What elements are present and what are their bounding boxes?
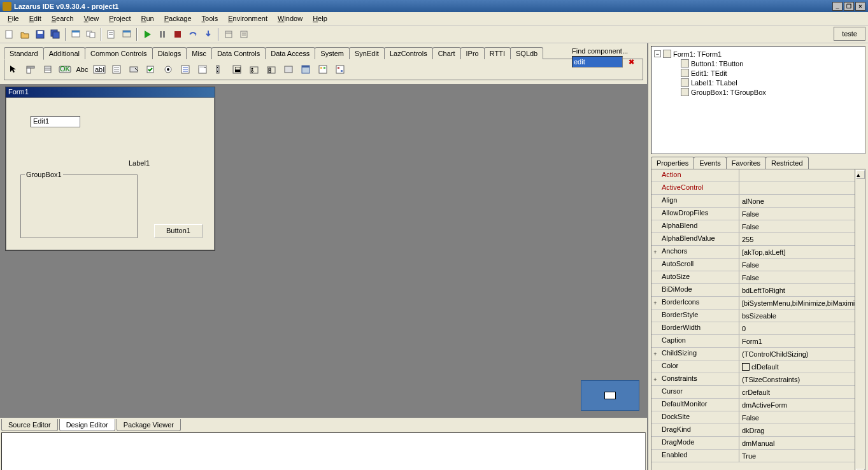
palette-arrow-icon[interactable] [6,62,21,77]
palette-radio-icon[interactable] [178,62,193,77]
tab-design-editor[interactable]: Design Editor [59,419,115,431]
property-expand-icon[interactable]: + [651,348,659,360]
palette-ok-icon[interactable]: OK [57,62,73,77]
save-button[interactable] [33,27,47,41]
property-row[interactable]: DockSiteFalse [651,411,865,424]
palette-list-icon[interactable] [195,62,210,77]
inspector-tab-events[interactable]: Events [694,157,727,169]
palette-tab-system[interactable]: System [315,47,350,59]
step-over-button[interactable] [186,27,200,41]
property-value[interactable]: Form1 [739,335,865,347]
property-value[interactable]: False [739,411,865,424]
tree-node[interactable]: GroupBox1: TGroupBox [672,87,862,97]
design-form-window[interactable]: Form1 Edit1 Label1 GroupBox1 Button1 [5,87,215,251]
inspector-tab-properties[interactable]: Properties [651,157,694,169]
palette-menu-icon[interactable] [23,62,38,77]
minimize-button[interactable]: _ [832,2,843,11]
property-row[interactable]: AlphaBlendFalse [651,220,865,233]
property-value[interactable]: crDefault [739,386,865,398]
palette-memo-icon[interactable] [126,62,141,77]
close-button[interactable]: × [855,2,865,11]
palette-tab-ipro[interactable]: IPro [460,47,485,59]
property-row[interactable]: ColorclDefault [651,360,865,373]
property-value[interactable]: dkDrag [739,424,865,436]
palette-combo-icon[interactable] [212,62,227,77]
property-row[interactable]: +ChildSizing(TControlChildSizing) [651,348,865,360]
property-row[interactable]: DefaultMonitordmActiveForm [651,399,865,411]
property-value[interactable] [739,169,865,182]
palette-tab-standard[interactable]: Standard [4,47,44,60]
menu-edit[interactable]: Edit [24,13,46,24]
step-into-button[interactable] [201,27,215,41]
open-button[interactable] [18,27,32,41]
save-all-button[interactable] [48,27,62,41]
property-value[interactable] [739,182,865,194]
palette-tab-misc[interactable]: Misc [186,47,212,59]
property-value[interactable]: dmActiveForm [739,399,865,411]
palette-tab-synedit[interactable]: SynEdit [349,47,385,59]
property-value[interactable]: bdLeftToRight [739,284,865,296]
property-row[interactable]: ActiveControl [651,182,865,195]
property-row[interactable]: CursorcrDefault [651,386,865,399]
property-row[interactable]: AlignalNone [651,195,865,208]
palette-tab-data-controls[interactable]: Data Controls [211,47,266,59]
property-value[interactable]: (TControlChildSizing) [739,348,865,360]
design-form-titlebar[interactable]: Form1 [6,87,215,97]
property-value[interactable]: dmManual [739,437,865,449]
palette-action-icon[interactable] [315,62,331,77]
property-row[interactable]: AlphaBlendValue255 [651,233,865,246]
palette-radio2-icon[interactable] [264,62,279,77]
palette-tab-chart[interactable]: Chart [432,47,461,59]
property-row[interactable]: BiDiModebdLeftToRight [651,284,865,297]
property-value[interactable]: False [739,271,865,283]
property-row[interactable]: DragModedmManual [651,437,865,450]
menu-run[interactable]: Run [136,13,159,24]
property-value[interactable]: True [739,450,865,462]
tree-root-node[interactable]: − Form1: TForm1 [654,49,862,59]
maximize-button[interactable]: ❐ [844,2,854,11]
tree-node[interactable]: Label1: TLabel [672,78,862,87]
inspector-tab-restricted[interactable]: Restricted [765,157,809,169]
find-component-input[interactable] [572,56,623,68]
build-button[interactable] [237,27,251,41]
messages-panel[interactable] [1,432,646,470]
design-button-control[interactable]: Button1 [154,224,203,238]
form-designer[interactable]: Form1 Edit1 Label1 GroupBox1 Button1 [0,85,647,417]
palette-tab-dialogs[interactable]: Dialogs [152,47,187,59]
property-expand-icon[interactable]: + [651,246,659,258]
property-row[interactable]: +BorderIcons[biSystemMenu,biMinimize,biM… [651,297,865,310]
tab-package-viewer[interactable]: Package Viewer [117,419,181,431]
menu-package[interactable]: Package [159,13,197,24]
property-value[interactable]: False [739,208,865,220]
palette-tab-additional[interactable]: Additional [43,47,85,59]
run-button[interactable] [140,27,154,41]
menu-file[interactable]: File [3,13,24,24]
tree-node[interactable]: Edit1: TEdit [672,68,862,78]
palette-tab-data-access[interactable]: Data Access [265,47,315,59]
menu-help[interactable]: Help [308,13,332,24]
palette-scroll-icon[interactable]: ⬓ [229,62,245,77]
teste-panel[interactable]: teste [834,27,865,41]
property-row[interactable]: +Constraints(TSizeConstraints) [651,373,865,386]
design-form-body[interactable]: Edit1 Label1 GroupBox1 Button1 [6,97,215,250]
property-row[interactable]: CaptionForm1 [651,335,865,348]
palette-tab-rtti[interactable]: RTTI [484,47,511,59]
property-expand-icon[interactable]: + [651,373,659,385]
property-expand-icon[interactable]: + [651,297,659,309]
property-row[interactable]: AllowDropFilesFalse [651,208,865,220]
palette-toggle-icon[interactable] [143,62,159,77]
property-value[interactable]: clDefault [739,360,865,373]
property-row[interactable]: EnabledTrue [651,450,865,462]
property-value[interactable]: 255 [739,233,865,245]
inspector-tab-favorites[interactable]: Favorites [726,157,766,169]
palette-frame-icon[interactable] [298,62,313,77]
menu-search[interactable]: Search [46,13,79,24]
property-row[interactable]: +Anchors[akTop,akLeft] [651,246,865,259]
menu-window[interactable]: Window [273,13,308,24]
property-row[interactable]: AutoScrollFalse [651,259,865,271]
object-tree[interactable]: − Form1: TForm1 Button1: TButtonEdit1: T… [651,46,865,154]
palette-tab-lazcontrols[interactable]: LazControls [384,47,433,59]
menu-view[interactable]: View [79,13,104,24]
property-value[interactable]: 0 [739,322,865,334]
toggle-form-button[interactable] [84,27,98,41]
